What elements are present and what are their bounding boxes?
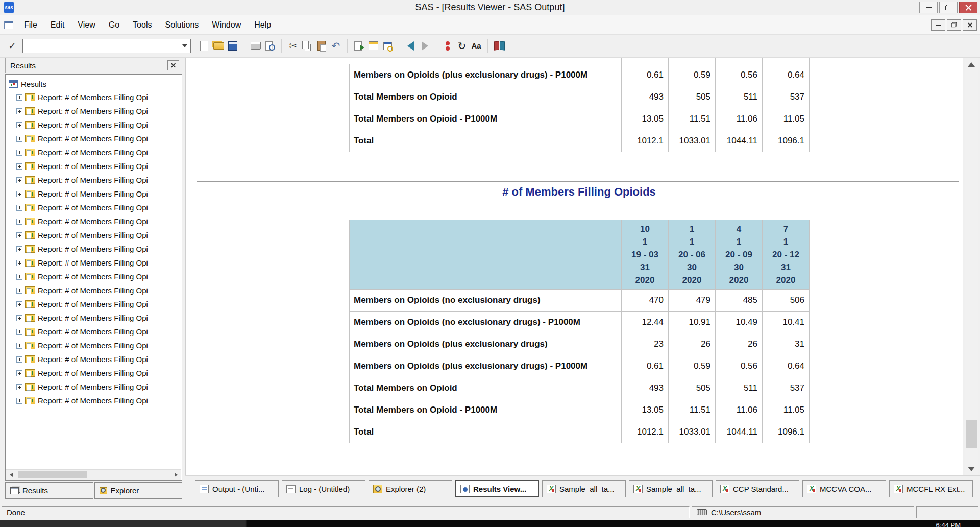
tree-item-report[interactable]: Report: # of Members Filling Opi xyxy=(9,159,181,173)
tree-item-report[interactable]: Report: # of Members Filling Opi xyxy=(9,228,181,242)
expand-plus-icon[interactable] xyxy=(16,246,22,252)
window-button-2[interactable]: Explorer (2) xyxy=(369,480,452,497)
undo-icon[interactable]: ↶ xyxy=(329,39,343,53)
vertical-scrollbar[interactable] xyxy=(965,58,978,475)
command-input[interactable] xyxy=(23,39,179,53)
tree-item-report[interactable]: Report: # of Members Filling Opi xyxy=(9,256,181,270)
expand-plus-icon[interactable] xyxy=(16,315,22,321)
expand-plus-icon[interactable] xyxy=(16,163,22,170)
tree-item-report[interactable]: Report: # of Members Filling Opi xyxy=(9,394,181,408)
fonts-icon[interactable]: Aa xyxy=(469,39,483,53)
tree-item-report[interactable]: Report: # of Members Filling Opi xyxy=(9,187,181,201)
expand-plus-icon[interactable] xyxy=(16,370,22,376)
window-button-6[interactable]: CCP Standard... xyxy=(716,480,799,497)
expand-plus-icon[interactable] xyxy=(16,343,22,349)
restore-button[interactable] xyxy=(939,2,958,13)
expand-plus-icon[interactable] xyxy=(16,150,22,156)
close-button[interactable] xyxy=(959,2,977,13)
window-button-0[interactable]: Output - (Unti... xyxy=(195,480,279,497)
new-document-icon[interactable] xyxy=(197,39,211,53)
tree-item-report[interactable]: Report: # of Members Filling Opi xyxy=(9,366,181,380)
results-root-node[interactable]: Results xyxy=(9,77,181,90)
menu-window[interactable]: Window xyxy=(205,17,248,33)
tab-explorer[interactable]: Explorer xyxy=(94,482,183,499)
tree-horizontal-scrollbar[interactable] xyxy=(6,469,181,480)
tree-item-report[interactable]: Report: # of Members Filling Opi xyxy=(9,118,181,132)
scrollbar-thumb[interactable] xyxy=(18,471,87,478)
window-button-1[interactable]: Log - (Untitled) xyxy=(282,480,365,497)
window-button-4[interactable]: Sample_all_ta... xyxy=(542,480,626,497)
window-button-8[interactable]: MCCFL RX Ext... xyxy=(889,480,973,497)
tree-item-report[interactable]: Report: # of Members Filling Opi xyxy=(9,201,181,214)
print-preview-icon[interactable] xyxy=(263,39,277,53)
tab-results[interactable]: Results xyxy=(5,482,93,499)
break-icon[interactable] xyxy=(440,39,455,53)
save-icon[interactable] xyxy=(226,39,240,53)
current-directory[interactable]: C:\Users\ssam xyxy=(692,506,914,518)
tree-item-report[interactable]: Report: # of Members Filling Opi xyxy=(9,311,181,325)
tree-item-report[interactable]: Report: # of Members Filling Opi xyxy=(9,283,181,297)
expand-plus-icon[interactable] xyxy=(16,260,22,266)
expand-plus-icon[interactable] xyxy=(16,177,22,183)
tree-item-report[interactable]: Report: # of Members Filling Opi xyxy=(9,104,181,118)
menu-edit[interactable]: Edit xyxy=(44,17,71,33)
tree-item-report[interactable]: Report: # of Members Filling Opi xyxy=(9,325,181,339)
expand-plus-icon[interactable] xyxy=(16,108,22,114)
print-icon[interactable] xyxy=(249,39,263,53)
menu-tools[interactable]: Tools xyxy=(126,17,158,33)
expand-plus-icon[interactable] xyxy=(16,94,22,101)
expand-plus-icon[interactable] xyxy=(16,136,22,142)
forward-icon[interactable] xyxy=(418,39,432,53)
tree-item-report[interactable]: Report: # of Members Filling Opi xyxy=(9,90,181,104)
expand-plus-icon[interactable] xyxy=(16,384,22,390)
checkmark-icon[interactable]: ✓ xyxy=(5,39,19,53)
tree-item-report[interactable]: Report: # of Members Filling Opi xyxy=(9,173,181,187)
window-button-3[interactable]: Results View... xyxy=(455,480,539,497)
open-folder-icon[interactable] xyxy=(211,39,226,53)
expand-plus-icon[interactable] xyxy=(16,219,22,225)
tree-item-report[interactable]: Report: # of Members Filling Opi xyxy=(9,242,181,256)
menu-file[interactable]: File xyxy=(17,17,44,33)
expand-plus-icon[interactable] xyxy=(16,232,22,238)
expand-plus-icon[interactable] xyxy=(16,301,22,307)
window-button-7[interactable]: MCCVA COA... xyxy=(802,480,886,497)
window-button-5[interactable]: Sample_all_ta... xyxy=(629,480,713,497)
menu-help[interactable]: Help xyxy=(248,17,278,33)
paste-icon[interactable] xyxy=(314,39,329,53)
refresh-icon[interactable]: ↻ xyxy=(455,39,469,53)
back-icon[interactable] xyxy=(403,39,418,53)
menu-go[interactable]: Go xyxy=(102,17,126,33)
explorer-window-icon[interactable] xyxy=(380,39,395,53)
tree-item-report[interactable]: Report: # of Members Filling Opi xyxy=(9,146,181,159)
expand-plus-icon[interactable] xyxy=(16,356,22,363)
expand-plus-icon[interactable] xyxy=(16,329,22,335)
expand-plus-icon[interactable] xyxy=(16,398,22,404)
minimize-button[interactable] xyxy=(919,2,938,13)
mdi-minimize-button[interactable] xyxy=(931,19,945,31)
panel-close-button[interactable] xyxy=(167,60,179,70)
command-combobox[interactable] xyxy=(22,39,191,53)
tree-item-report[interactable]: Report: # of Members Filling Opi xyxy=(9,352,181,366)
scroll-right-icon[interactable] xyxy=(171,470,181,480)
tree-item-report[interactable]: Report: # of Members Filling Opi xyxy=(9,132,181,146)
scroll-up-icon[interactable] xyxy=(965,58,978,71)
expand-plus-icon[interactable] xyxy=(16,288,22,294)
expand-plus-icon[interactable] xyxy=(16,274,22,280)
help-books-icon[interactable] xyxy=(492,39,506,53)
expand-plus-icon[interactable] xyxy=(16,205,22,211)
mdi-restore-button[interactable] xyxy=(947,19,961,31)
expand-plus-icon[interactable] xyxy=(16,122,22,128)
scroll-down-icon[interactable] xyxy=(965,462,978,475)
chevron-down-icon[interactable] xyxy=(179,39,190,53)
scroll-left-icon[interactable] xyxy=(6,470,16,480)
tree-item-report[interactable]: Report: # of Members Filling Opi xyxy=(9,214,181,228)
tree-item-report[interactable]: Report: # of Members Filling Opi xyxy=(9,270,181,283)
mdi-close-button[interactable] xyxy=(963,19,977,31)
submit-icon[interactable] xyxy=(352,39,366,53)
expand-plus-icon[interactable] xyxy=(16,191,22,197)
tree-item-report[interactable]: Report: # of Members Filling Opi xyxy=(9,339,181,352)
tree-item-report[interactable]: Report: # of Members Filling Opi xyxy=(9,380,181,394)
cut-icon[interactable]: ✂ xyxy=(286,39,300,53)
tree-item-report[interactable]: Report: # of Members Filling Opi xyxy=(9,297,181,311)
results-grid-icon[interactable] xyxy=(366,39,380,53)
